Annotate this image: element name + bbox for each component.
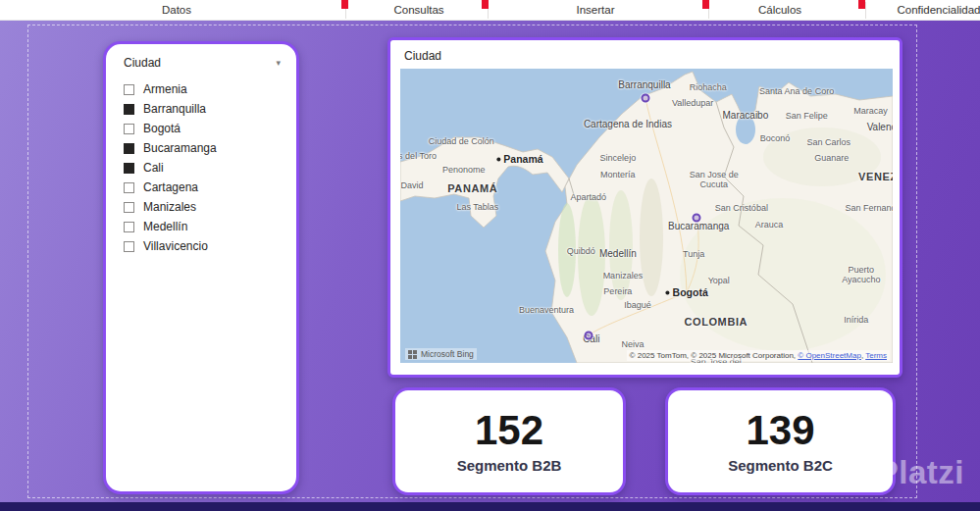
bottom-status-bar <box>0 502 980 511</box>
chevron-down-icon[interactable]: ▾ <box>276 58 281 68</box>
bing-map[interactable]: BarranquillaRiohachaSanta Ana de CoroVal… <box>400 69 893 363</box>
checkbox-checked[interactable] <box>124 163 134 174</box>
map-visual: Ciudad BarranquillaRiohachaSa <box>387 37 903 378</box>
slicer-item-medellin[interactable]: Medellín <box>124 217 283 236</box>
slicer-item-cali[interactable]: Cali <box>124 158 283 178</box>
ribbon-tab-datos[interactable]: Datos <box>162 4 191 16</box>
map-marker-cali[interactable] <box>584 332 593 340</box>
map-attribution: © 2025 TomTom, © 2025 Microsoft Corporat… <box>627 350 890 361</box>
red-tick-icon <box>341 0 348 9</box>
bing-logo-label: Microsoft Bing <box>421 349 474 359</box>
checkbox-unchecked[interactable] <box>124 202 134 213</box>
map-land-svg <box>400 69 893 363</box>
map-visual-title: Ciudad <box>404 49 441 63</box>
ribbon-tab-confidencialidad[interactable]: Confidencialidad <box>897 4 980 16</box>
slicer-item-label: Barranquilla <box>143 102 206 116</box>
kpi-value-b2b: 152 <box>475 410 543 451</box>
bing-logo: Microsoft Bing <box>405 348 477 360</box>
checkbox-unchecked[interactable] <box>124 241 134 252</box>
slicer-item-villavicencio[interactable]: Villavicencio <box>124 236 283 256</box>
checkbox-unchecked[interactable] <box>124 124 134 134</box>
kpi-card-segmento-b2c: 139 Segmento B2C <box>665 387 896 495</box>
checkbox-checked[interactable] <box>124 143 134 154</box>
map-marker-barranquilla[interactable] <box>641 94 649 103</box>
ribbon-separator <box>865 2 866 19</box>
slicer-title: Ciudad <box>124 56 161 70</box>
ribbon-tab-insertar[interactable]: Insertar <box>577 4 615 16</box>
red-tick-icon <box>858 0 865 9</box>
terms-link[interactable]: Terms <box>865 351 887 360</box>
checkbox-unchecked[interactable] <box>124 182 134 193</box>
slicer-item-label: Bucaramanga <box>143 141 217 155</box>
map-marker-bucaramanga[interactable] <box>693 214 701 223</box>
ribbon-bar: DatosConsultasInsertarCálculosConfidenci… <box>0 0 980 21</box>
slicer-item-label: Medellín <box>143 220 187 233</box>
slicer-item-label: Armenia <box>143 82 187 96</box>
slicer-header[interactable]: Ciudad ▾ <box>106 44 296 72</box>
slicer-item-label: Bogotá <box>143 122 181 135</box>
slicer-item-label: Cartagena <box>143 180 198 194</box>
slicer-item-cartagena[interactable]: Cartagena <box>124 178 283 197</box>
slicer-item-label: Manizales <box>143 200 196 214</box>
ribbon-tab-calculos[interactable]: Cálculos <box>758 4 801 16</box>
slicer-item-label: Cali <box>143 161 164 175</box>
checkbox-checked[interactable] <box>124 104 134 115</box>
slicer-item-manizales[interactable]: Manizales <box>124 197 283 217</box>
microsoft-logo-icon <box>408 350 417 359</box>
slicer-list: ArmeniaBarranquillaBogotáBucaramangaCali… <box>106 72 296 256</box>
checkbox-unchecked[interactable] <box>124 222 134 232</box>
red-tick-icon <box>702 0 709 9</box>
slicer-item-barranquilla[interactable]: Barranquilla <box>124 99 283 119</box>
checkbox-unchecked[interactable] <box>124 84 134 95</box>
openstreetmap-link[interactable]: © OpenStreetMap <box>798 351 861 360</box>
attribution-text: © 2025 TomTom, © 2025 Microsoft Corporat… <box>630 351 799 360</box>
slicer-item-bogota[interactable]: Bogotá <box>124 119 283 138</box>
slicer-item-bucaramanga[interactable]: Bucaramanga <box>124 138 283 158</box>
kpi-card-segmento-b2b: 152 Segmento B2B <box>392 387 626 495</box>
kpi-value-b2c: 139 <box>746 410 814 451</box>
kpi-label-b2c: Segmento B2C <box>728 457 833 474</box>
kpi-label-b2b: Segmento B2B <box>457 457 562 474</box>
city-slicer: Ciudad ▾ ArmeniaBarranquillaBogotáBucara… <box>103 41 299 494</box>
slicer-item-label: Villavicencio <box>143 239 208 253</box>
red-tick-icon <box>482 0 489 9</box>
ribbon-tab-consultas[interactable]: Consultas <box>393 4 443 16</box>
slicer-item-armenia[interactable]: Armenia <box>124 79 283 99</box>
